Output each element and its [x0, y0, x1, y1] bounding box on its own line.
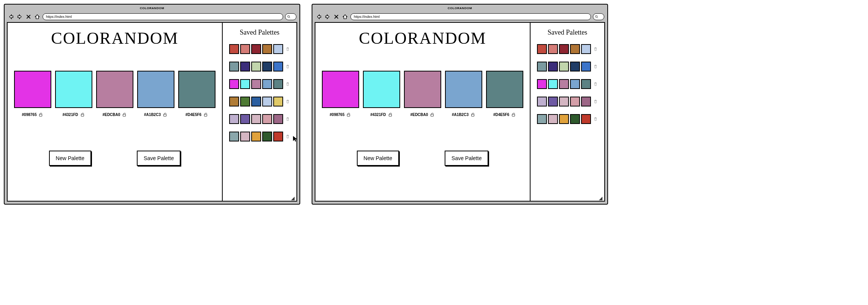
swatch-block: #A1B2C3: [445, 71, 482, 117]
mini-swatch: [537, 62, 547, 71]
new-palette-button[interactable]: New Palette: [357, 151, 399, 166]
swatch-block: #EDCBA0: [404, 71, 441, 117]
back-button[interactable]: [8, 13, 14, 20]
trash-icon[interactable]: [285, 81, 290, 87]
home-button[interactable]: [342, 13, 348, 20]
forward-button[interactable]: [16, 13, 23, 20]
palette-row: #098765#4321FD#EDCBA0#A1B2C3#D4E5F6: [322, 71, 523, 117]
swatch-hex-label: #D4E5F6: [185, 113, 201, 117]
color-swatch[interactable]: [445, 71, 482, 108]
lock-icon[interactable]: [346, 112, 351, 117]
page-content: COLORANDOM#098765#4321FD#EDCBA0#A1B2C3#D…: [7, 22, 297, 202]
svg-rect-1: [40, 114, 42, 116]
color-swatch[interactable]: [178, 71, 215, 108]
mini-swatch: [537, 79, 547, 89]
search-icon[interactable]: [593, 13, 604, 20]
browser-window: COLORANDOMhttps://index.htmlCOLORANDOM#0…: [4, 4, 300, 205]
saved-palettes-sidebar: Saved Palettes: [222, 23, 296, 201]
saved-palette-row[interactable]: [229, 97, 290, 106]
back-button[interactable]: [315, 13, 322, 20]
mini-swatch: [229, 44, 239, 54]
saved-palette-row[interactable]: [537, 97, 598, 106]
home-button[interactable]: [34, 13, 41, 20]
button-row: New PaletteSave Palette: [357, 151, 489, 166]
lock-icon[interactable]: [511, 112, 516, 117]
svg-rect-7: [347, 114, 350, 116]
saved-palette-row[interactable]: [229, 79, 290, 89]
svg-rect-10: [471, 114, 474, 116]
saved-palette-row[interactable]: [537, 62, 598, 71]
saved-palette-row[interactable]: [229, 62, 290, 71]
save-palette-button[interactable]: Save Palette: [445, 151, 488, 166]
new-palette-button[interactable]: New Palette: [49, 151, 91, 166]
search-icon[interactable]: [285, 13, 296, 20]
app-logo: COLORANDOM: [359, 29, 486, 48]
color-swatch[interactable]: [322, 71, 359, 108]
color-swatch[interactable]: [404, 71, 441, 108]
color-swatch[interactable]: [14, 71, 51, 108]
trash-icon[interactable]: [593, 81, 598, 87]
lock-icon[interactable]: [203, 112, 208, 117]
trash-icon[interactable]: [593, 46, 598, 52]
lock-icon[interactable]: [80, 112, 85, 117]
save-palette-button[interactable]: Save Palette: [137, 151, 181, 166]
trash-icon[interactable]: [285, 46, 290, 52]
browser-window: COLORANDOMhttps://index.htmlCOLORANDOM#0…: [312, 4, 608, 205]
trash-icon[interactable]: [285, 64, 290, 69]
lock-icon[interactable]: [122, 112, 127, 117]
mini-swatch: [273, 79, 283, 89]
saved-palette-row[interactable]: [537, 114, 598, 124]
mini-swatch: [548, 114, 558, 124]
saved-palette-row[interactable]: [537, 44, 598, 54]
mini-swatch: [570, 79, 580, 89]
swatch-block: #4321FD: [55, 71, 92, 117]
trash-icon[interactable]: [593, 99, 598, 104]
mini-swatch: [240, 132, 250, 141]
lock-icon[interactable]: [470, 112, 475, 117]
trash-icon[interactable]: [593, 116, 598, 122]
mini-swatch: [273, 132, 283, 141]
trash-icon[interactable]: [285, 134, 290, 139]
color-swatch[interactable]: [96, 71, 133, 108]
main-area: COLORANDOM#098765#4321FD#EDCBA0#A1B2C3#D…: [315, 23, 530, 201]
saved-palette-row[interactable]: [229, 44, 290, 54]
stop-button[interactable]: [25, 13, 32, 20]
main-area: COLORANDOM#098765#4321FD#EDCBA0#A1B2C3#D…: [8, 23, 222, 201]
url-input[interactable]: https://index.html: [350, 13, 591, 20]
lock-icon[interactable]: [388, 112, 393, 117]
stop-button[interactable]: [333, 13, 340, 20]
color-swatch[interactable]: [55, 71, 92, 108]
trash-icon[interactable]: [593, 64, 598, 69]
trash-icon[interactable]: [285, 116, 290, 122]
sidebar-title: Saved Palettes: [240, 29, 279, 37]
mini-swatch: [548, 62, 558, 71]
url-input[interactable]: https://index.html: [43, 13, 283, 20]
color-swatch[interactable]: [137, 71, 174, 108]
saved-palette-row[interactable]: [537, 79, 598, 89]
lock-icon[interactable]: [162, 112, 168, 117]
saved-palette-row[interactable]: [229, 114, 290, 124]
mini-swatch: [559, 97, 569, 106]
mini-swatch: [262, 79, 272, 89]
color-swatch[interactable]: [363, 71, 400, 108]
svg-rect-11: [512, 114, 515, 116]
swatch-hex-label: #EDCBA0: [103, 113, 120, 117]
resize-grip-icon[interactable]: ◢: [599, 195, 603, 200]
lock-icon[interactable]: [38, 112, 43, 117]
lock-icon[interactable]: [429, 112, 435, 117]
mini-swatch: [262, 44, 272, 54]
resize-grip-icon[interactable]: ◢: [291, 195, 296, 200]
mini-swatch: [559, 62, 569, 71]
svg-point-0: [288, 16, 290, 17]
swatch-block: #D4E5F6: [178, 71, 215, 117]
swatch-hex-label: #4321FD: [62, 113, 78, 117]
saved-palette-row[interactable]: [229, 132, 290, 141]
forward-button[interactable]: [324, 13, 331, 20]
swatch-block: #D4E5F6: [486, 71, 523, 117]
trash-icon[interactable]: [285, 99, 290, 104]
mini-swatch: [559, 114, 569, 124]
mini-swatch: [240, 44, 250, 54]
color-swatch[interactable]: [486, 71, 523, 108]
mini-swatch: [548, 97, 558, 106]
window-title: COLORANDOM: [5, 5, 299, 11]
